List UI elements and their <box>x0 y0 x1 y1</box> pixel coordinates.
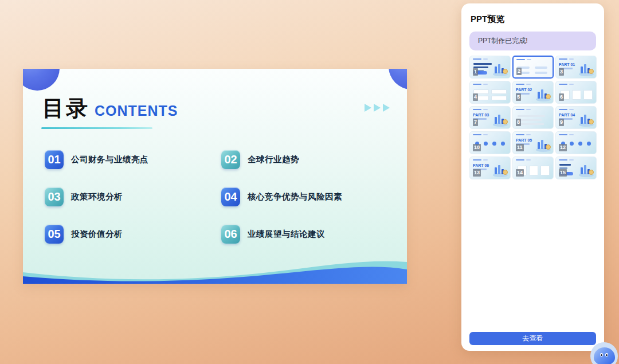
thumbnail-content-blocks <box>559 89 593 99</box>
thumbnail-number: 14 <box>516 169 524 177</box>
coin-icon <box>503 69 508 74</box>
toc-item-label: 核心竞争优势与风险因素 <box>248 191 342 202</box>
thumbnail-chart-illustration <box>578 161 594 177</box>
toc-item: 04 核心竞争优势与风险因素 <box>221 187 385 206</box>
toc-item-number: 03 <box>45 187 64 206</box>
thumbnail-header-line <box>473 58 481 60</box>
coin-icon <box>546 94 551 99</box>
toc-item-label: 业绩展望与结论建议 <box>248 229 325 240</box>
thumbnail-grid: 1 2 PART 01 3 4 PART 02 <box>469 56 596 179</box>
slide-thumbnail[interactable]: 15 <box>555 156 597 179</box>
toc-item: 01 公司财务与业绩亮点 <box>45 150 221 169</box>
toc-item-number: 05 <box>45 225 64 244</box>
toc-grid: 01 公司财务与业绩亮点 02 全球行业趋势 03 政策环境分析 04 核心竞争… <box>45 150 385 244</box>
coin-icon <box>589 170 594 175</box>
thumbnail-number: 6 <box>559 93 564 101</box>
toc-item-number: 02 <box>221 150 240 169</box>
slide-thumbnail[interactable]: 8 <box>512 106 554 129</box>
thumbnail-header-line <box>516 59 525 60</box>
thumbnail-header-line <box>516 159 524 161</box>
thumbnail-number: 11 <box>516 144 524 151</box>
status-message-text: PPT制作已完成! <box>478 36 528 46</box>
assistant-mascot-button[interactable] <box>590 342 618 364</box>
thumbnail-header-line <box>559 159 567 161</box>
thumbnail-number: 9 <box>559 119 564 126</box>
thumbnail-header-line <box>516 84 524 85</box>
slide-thumbnail[interactable]: PART 05 11 <box>512 131 554 154</box>
decor-circle-top-right <box>389 69 407 89</box>
status-message: PPT制作已完成! <box>469 32 596 50</box>
title-underline <box>41 127 152 129</box>
thumbnail-chart-illustration <box>535 136 551 152</box>
thumbnail-header-line <box>516 109 524 110</box>
slide-title-en: CONTENTS <box>95 103 178 119</box>
slide-thumbnail[interactable]: PART 02 5 <box>512 81 554 104</box>
view-button[interactable]: 去查看 <box>469 332 596 345</box>
mascot-eye-left <box>600 353 603 357</box>
thumbnail-header-line <box>473 159 481 161</box>
toc-item-number: 04 <box>221 187 240 206</box>
thumbnail-chart-illustration <box>578 60 594 76</box>
thumbnail-header-line <box>473 134 481 135</box>
thumbnail-content-blocks <box>516 115 550 124</box>
slide-thumbnail[interactable]: 6 <box>555 81 597 104</box>
slide-thumbnail[interactable]: PART 03 7 <box>469 106 511 129</box>
toc-item-number: 01 <box>45 150 64 169</box>
slide-thumbnail[interactable]: 14 <box>512 156 554 179</box>
thumbnail-chart-illustration <box>535 85 551 101</box>
thumbnail-chart-illustration <box>492 111 508 127</box>
slide-thumbnail[interactable]: PART 04 9 <box>555 106 597 129</box>
thumbnail-header-line <box>559 134 567 135</box>
slide-thumbnail[interactable]: PART 01 3 <box>555 56 597 79</box>
slide-title-cn: 目录 <box>42 96 89 120</box>
thumbnail-number: 15 <box>559 169 567 177</box>
coin-icon <box>546 144 551 150</box>
thumbnail-content-blocks <box>473 89 507 99</box>
thumbnail-header-line <box>516 134 524 135</box>
slide-wave-decoration <box>23 251 407 284</box>
mascot-blob-icon <box>594 347 615 364</box>
thumbnail-number: 2 <box>516 68 522 75</box>
toc-item: 06 业绩展望与结论建议 <box>221 225 385 244</box>
thumbnail-number: 1 <box>473 68 478 76</box>
forward-arrows-icon <box>365 104 390 112</box>
slide-thumbnail[interactable]: PART 06 13 <box>469 156 511 179</box>
toc-item-label: 公司财务与业绩亮点 <box>71 154 148 165</box>
thumbnail-number: 12 <box>559 144 567 151</box>
slide-title: 目录CONTENTS <box>42 94 178 129</box>
coin-icon <box>503 170 508 175</box>
panel-title: PPT预览 <box>471 14 596 25</box>
toc-item-label: 投资价值分析 <box>71 229 123 240</box>
slide-thumbnail[interactable]: 1 <box>469 56 511 79</box>
toc-item-label: 全球行业趋势 <box>248 154 299 165</box>
thumbnail-number: 13 <box>473 169 481 177</box>
coin-icon <box>503 119 508 124</box>
thumbnail-chart-illustration <box>578 111 594 127</box>
thumbnail-number: 5 <box>516 93 521 101</box>
thumbnail-number: 4 <box>473 93 478 101</box>
coin-icon <box>589 69 594 74</box>
thumbnail-header-line <box>473 109 481 110</box>
ppt-preview-panel: PPT预览 PPT制作已完成! 1 2 PART 01 3 <box>461 3 604 351</box>
decor-circle-top-left <box>23 69 60 91</box>
thumbnail-number: 7 <box>473 119 478 126</box>
toc-item: 02 全球行业趋势 <box>221 150 385 169</box>
slide-thumbnail[interactable]: 10 <box>469 131 511 154</box>
thumbnail-header-line <box>559 58 567 60</box>
slide-thumbnail[interactable]: 4 <box>469 81 511 104</box>
thumbnail-number: 8 <box>516 119 521 126</box>
slide-thumbnail[interactable]: 12 <box>555 131 597 154</box>
thumbnail-content-blocks <box>517 65 549 73</box>
mascot-eye-right <box>605 353 608 357</box>
thumbnail-number: 10 <box>473 144 481 151</box>
thumbnail-chart-illustration <box>492 161 508 177</box>
toc-item-label: 政策环境分析 <box>71 191 123 202</box>
slide-thumbnail[interactable]: 2 <box>512 56 554 79</box>
thumbnail-header-line <box>559 109 567 110</box>
slide-preview: 目录CONTENTS 01 公司财务与业绩亮点 02 全球行业趋势 03 政策环… <box>23 69 407 284</box>
toc-item: 05 投资价值分析 <box>45 225 221 244</box>
thumbnail-number: 3 <box>559 68 564 76</box>
coin-icon <box>589 119 594 124</box>
toc-item: 03 政策环境分析 <box>45 187 221 206</box>
thumbnail-header-line <box>473 84 481 85</box>
